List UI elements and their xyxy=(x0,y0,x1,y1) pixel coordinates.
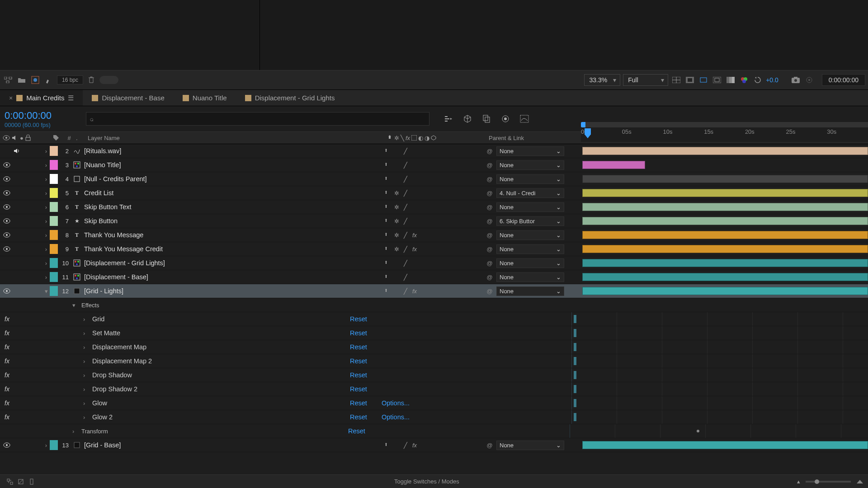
mask-icon[interactable] xyxy=(684,75,695,85)
layer-switches[interactable]: ✲╱ xyxy=(383,190,483,197)
draft-3d-icon[interactable] xyxy=(462,113,473,124)
layer-row[interactable]: ›9TThank You Message Credit✲╱fx@None⌄ xyxy=(0,242,868,256)
parent-dropdown[interactable]: None⌄ xyxy=(496,441,564,450)
layer-name[interactable]: [Null - Credits Parent] xyxy=(82,175,383,183)
twirl-icon[interactable]: › xyxy=(42,246,50,253)
label-color[interactable] xyxy=(50,244,58,254)
options-link[interactable]: Options... xyxy=(382,399,422,407)
layer-name[interactable]: [Grid - Lights] xyxy=(82,287,383,295)
effect-row[interactable]: fx›Drop ShadowReset xyxy=(0,368,868,382)
layer-switches[interactable]: ╱ xyxy=(383,162,483,169)
layer-switches[interactable]: ╱ xyxy=(383,260,483,267)
layer-name[interactable]: [Grid - Base] xyxy=(82,441,383,449)
pickwhip-icon[interactable]: @ xyxy=(483,288,496,295)
show-snapshot-icon[interactable] xyxy=(804,75,815,85)
shy-switch-icon[interactable] xyxy=(387,135,393,141)
visibility-toggle[interactable] xyxy=(3,231,11,239)
audio-toggle[interactable] xyxy=(13,231,21,239)
visibility-toggle[interactable] xyxy=(3,175,11,183)
quality-switch[interactable]: ╱ xyxy=(401,148,410,155)
close-icon[interactable]: × xyxy=(9,94,13,102)
audio-toggle[interactable] xyxy=(13,259,21,267)
layer-name[interactable]: Credit List xyxy=(82,189,383,197)
collapse-switch-icon[interactable]: ✲ xyxy=(394,135,399,141)
quality-switch[interactable]: ╱ xyxy=(401,176,410,183)
pickwhip-icon[interactable]: @ xyxy=(483,274,496,281)
twirl-icon[interactable]: › xyxy=(42,204,50,211)
effect-row[interactable]: fx›Glow 2ResetOptions... xyxy=(0,410,868,424)
visibility-toggle[interactable] xyxy=(3,441,11,449)
twirl-icon[interactable]: › xyxy=(42,260,50,267)
label-color[interactable] xyxy=(50,216,58,226)
motion-blur-icon[interactable] xyxy=(500,113,511,124)
parent-dropdown[interactable]: None⌄ xyxy=(496,202,564,212)
twirl-icon[interactable]: › xyxy=(42,274,50,281)
layer-duration-bar[interactable] xyxy=(582,174,868,184)
shy-column-icon[interactable]: . xyxy=(76,135,85,141)
shy-switch[interactable] xyxy=(383,288,392,294)
audio-toggle[interactable] xyxy=(13,217,21,225)
work-area-start[interactable] xyxy=(581,122,585,127)
toggle-switches-modes-button[interactable]: Toggle Switches / Modes xyxy=(394,478,459,485)
graph-editor-icon[interactable] xyxy=(519,113,530,124)
layer-switches[interactable]: ✲╱ xyxy=(383,218,483,225)
layer-duration-bar[interactable] xyxy=(582,202,868,212)
quality-switch[interactable]: ╱ xyxy=(401,260,410,267)
audio-toggle[interactable] xyxy=(13,161,21,169)
shy-switch[interactable] xyxy=(383,176,392,182)
quality-switch[interactable]: ╱ xyxy=(401,274,410,281)
exposure-value[interactable]: +0.0 xyxy=(766,76,778,84)
shy-switch[interactable] xyxy=(383,162,392,168)
layer-switches[interactable]: ✲╱fx xyxy=(383,246,483,253)
layer-switches[interactable]: ╱fx xyxy=(383,442,483,449)
color-mgmt-icon[interactable] xyxy=(739,75,750,85)
lock-column-icon[interactable] xyxy=(25,135,31,141)
parent-dropdown[interactable]: 6. Skip Buttor⌄ xyxy=(496,216,564,226)
bit-depth[interactable]: 16 bpc xyxy=(57,75,83,84)
transparency-grid-icon[interactable] xyxy=(671,75,682,85)
pickwhip-icon[interactable]: @ xyxy=(483,176,496,183)
reset-link[interactable]: Reset xyxy=(350,399,382,407)
adjustment-switch-icon[interactable]: ◑ xyxy=(425,135,429,141)
effect-row[interactable]: fx›Drop Shadow 2Reset xyxy=(0,382,868,396)
lock-toggle[interactable] xyxy=(33,441,41,449)
layer-name[interactable]: Thank You Message xyxy=(82,231,383,239)
3d-switch-icon[interactable] xyxy=(431,135,436,141)
flowchart-icon[interactable] xyxy=(3,75,14,85)
comp-tab[interactable]: ×Main Credits☰ xyxy=(0,90,83,106)
audio-toggle[interactable] xyxy=(13,147,21,155)
lock-toggle[interactable] xyxy=(33,203,41,211)
effect-timeline-lane[interactable] xyxy=(571,410,868,424)
layer-name[interactable]: [Rituals.wav] xyxy=(82,147,383,155)
layer-row[interactable]: ›5TCredit List✲╱@4. Null - Credi⌄ xyxy=(0,186,868,200)
twirl-icon[interactable]: › xyxy=(72,428,81,435)
twirl-icon[interactable]: › xyxy=(83,344,92,351)
fx-switch-icon[interactable]: fx xyxy=(406,135,410,141)
layer-row[interactable]: ›7★Skip Button✲╱@6. Skip Buttor⌄ xyxy=(0,214,868,228)
shy-switch[interactable] xyxy=(383,260,392,266)
visibility-toggle[interactable] xyxy=(3,245,11,253)
frame-blend-icon[interactable] xyxy=(481,113,492,124)
label-color[interactable] xyxy=(50,160,58,170)
quality-switch-icon[interactable]: ╲ xyxy=(401,135,404,141)
solo-toggle[interactable] xyxy=(23,287,31,295)
layer-name[interactable]: [Displacement - Grid Lights] xyxy=(82,259,383,267)
layer-duration-bar[interactable] xyxy=(582,440,868,450)
twirl-icon[interactable]: › xyxy=(42,218,50,225)
audio-toggle[interactable] xyxy=(13,189,21,197)
frame-blend-switch-icon[interactable] xyxy=(411,135,417,141)
pickwhip-icon[interactable]: @ xyxy=(483,148,496,155)
layer-duration-bar[interactable] xyxy=(582,216,868,226)
visibility-toggle[interactable] xyxy=(3,147,11,155)
effect-timeline-lane[interactable] xyxy=(571,340,868,354)
pickwhip-icon[interactable]: @ xyxy=(483,218,496,225)
audio-toggle[interactable] xyxy=(13,245,21,253)
pickwhip-icon[interactable]: @ xyxy=(483,246,496,253)
lock-toggle[interactable] xyxy=(33,273,41,281)
layer-duration-bar[interactable] xyxy=(582,230,868,240)
comp-icon[interactable] xyxy=(30,75,41,85)
visibility-toggle[interactable] xyxy=(3,189,11,197)
effect-timeline-lane[interactable] xyxy=(571,354,868,368)
effect-row[interactable]: fx›GridReset xyxy=(0,312,868,326)
layer-name[interactable]: Skip Button Text xyxy=(82,203,383,211)
